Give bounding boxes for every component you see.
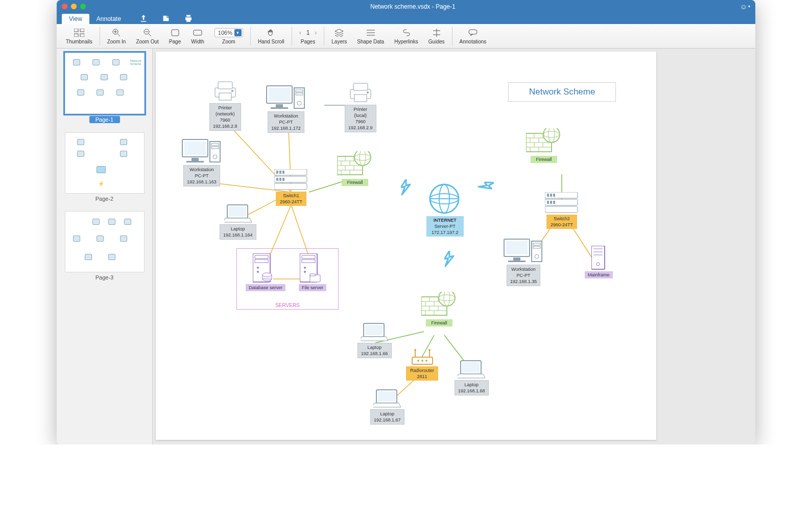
svg-line-9 [149,34,151,36]
window-title: Network scheme.vsdx - Page-1 [86,3,740,10]
svg-point-99 [262,273,272,277]
thumbnail-page-3[interactable] [65,211,145,272]
annotations-button[interactable]: Annotations [455,24,492,48]
diagram-title[interactable]: Network Scheme [508,82,616,102]
hand-scroll-button[interactable]: Hand Scroll [253,24,290,48]
toolbar: Thumbnails Zoom In Zoom Out Page Width 1… [57,24,755,49]
node-switch-1[interactable]: Switch12960-24TT [274,169,308,206]
print-icon[interactable] [184,14,193,22]
lightning-icon [475,178,498,199]
zoom-in-button[interactable]: Zoom In [102,24,131,48]
svg-rect-19 [469,30,477,34]
node-workstation-3[interactable]: WorkstationPC-PT192.168.1.35 [503,238,544,286]
node-file-server[interactable]: File server [299,253,326,291]
svg-rect-12 [194,30,202,35]
node-printer-network[interactable]: Printer(network)7960192.168.2.8 [209,80,241,131]
current-page: 1 [306,29,310,36]
node-mainframe[interactable]: Mainframe [585,246,613,278]
svg-rect-2 [74,34,78,37]
lightning-icon [401,179,414,198]
node-laptop-1[interactable]: Laptop192.168.1.164 [220,204,256,240]
svg-rect-1 [80,29,84,32]
zoom-width-button[interactable]: Width [186,24,209,48]
zoom-dropdown-icon[interactable]: ▾ [234,29,242,36]
node-printer-local[interactable]: Printer(local)7960192.168.2.9 [345,81,376,132]
tab-view[interactable]: View [62,14,89,24]
zoom-page-button[interactable]: Page [164,24,186,48]
node-workstation-1[interactable]: WorkstationPC-PT192.168.1.172 [266,85,306,133]
next-page-button[interactable]: › [315,29,317,36]
export-pdf-icon[interactable] [139,14,148,22]
smiley-menu[interactable]: ☺▾ [740,3,750,11]
thumbnail-page-2[interactable]: ⚡ [65,132,145,194]
thumbnails-button[interactable]: Thumbnails [61,24,98,48]
thumbnails-sidebar: Network Scheme Page-1 ⚡ Page-2 Page-3 [57,49,153,444]
thumbnail-label: Page-1 [89,116,120,123]
node-firewall-2[interactable]: Firewall [526,128,562,163]
svg-line-5 [117,34,120,36]
node-database-server[interactable]: Database server [246,253,285,291]
diagram-canvas[interactable]: Network Scheme [156,52,656,440]
svg-rect-101 [310,274,315,276]
zoom-out-button[interactable]: Zoom Out [131,24,163,48]
canvas-viewport[interactable]: Network Scheme [153,49,755,444]
thumbnail-label: Page-2 [61,196,148,202]
svg-rect-3 [80,34,84,37]
prev-page-button[interactable]: ‹ [299,29,301,36]
node-laptop-4[interactable]: Laptop192.168.1.67 [370,389,404,425]
node-workstation-2[interactable]: WorkstationPC-PT192.168.1.163 [181,138,222,186]
hyperlinks-button[interactable]: Hyperlinks [389,24,423,48]
node-laptop-3[interactable]: Laptop192.168.1.68 [455,360,489,395]
svg-rect-0 [74,29,78,32]
node-firewall-3[interactable]: Firewall [421,292,457,326]
close-window-button[interactable] [62,4,67,9]
node-internet[interactable]: INTERNETServer-PT172.17.197.2 [426,183,464,237]
tab-row: View Annotate [57,13,755,24]
layers-button[interactable]: Layers [326,24,352,48]
export-image-icon[interactable] [162,14,170,22]
node-laptop-2[interactable]: Laptop192.168.1.66 [357,322,392,358]
node-firewall-1[interactable]: Firewall [337,151,373,186]
node-radiorouter[interactable]: Radiorouter2811 [406,348,438,381]
tab-annotate[interactable]: Annotate [89,14,128,24]
pages-nav: ‹ 1 › Pages [294,24,322,48]
zoom-select[interactable]: 106%▾ Zoom [209,24,248,48]
titlebar: Network scheme.vsdx - Page-1 ☺▾ [57,0,755,13]
lightning-icon [444,251,458,269]
minimize-window-button[interactable] [71,4,77,9]
guides-button[interactable]: Guides [423,24,450,48]
svg-rect-11 [172,30,179,36]
maximize-window-button[interactable] [80,4,86,9]
thumbnail-label: Page-3 [61,274,148,280]
node-switch-2[interactable]: Switch22960-24TT [545,192,579,229]
thumbnail-page-1[interactable]: Network Scheme [65,53,145,114]
shape-data-button[interactable]: Shape Data [352,24,389,48]
